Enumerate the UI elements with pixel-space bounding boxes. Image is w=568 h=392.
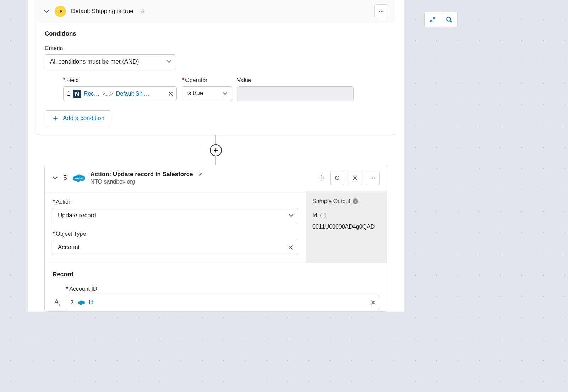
account-id-label: Account ID bbox=[66, 286, 379, 292]
if-badge: IF bbox=[55, 6, 66, 17]
operator-label: Operator bbox=[182, 77, 232, 83]
criteria-select[interactable]: All conditions must be met (AND) bbox=[45, 54, 176, 69]
record-heading: Record bbox=[53, 271, 379, 278]
action-subtitle: NTO sandbox org bbox=[91, 179, 202, 185]
close-icon[interactable] bbox=[169, 92, 173, 96]
field-chip-mid: >…> bbox=[102, 91, 113, 97]
object-type-value: Account bbox=[58, 244, 80, 251]
value-label: Value bbox=[237, 77, 354, 83]
if-header: IF Default Shipping is true bbox=[37, 0, 395, 23]
action-select-value: Update record bbox=[58, 212, 96, 219]
add-step-button[interactable]: ＋ bbox=[210, 144, 222, 156]
text-format-icon[interactable]: Aa bbox=[53, 298, 62, 307]
svg-point-15 bbox=[80, 303, 82, 305]
salesforce-icon: salesforce bbox=[72, 173, 86, 183]
svg-point-2 bbox=[383, 11, 384, 12]
field-label: Field bbox=[63, 77, 177, 83]
search-button[interactable] bbox=[441, 12, 457, 27]
object-type-label: Object Type bbox=[53, 231, 298, 237]
plus-icon: ＋ bbox=[51, 114, 59, 122]
collapse-button[interactable] bbox=[425, 12, 441, 27]
sample-id-label: Id bbox=[312, 212, 317, 219]
caret-down-icon bbox=[166, 60, 171, 64]
add-condition-button[interactable]: ＋ Add a condition bbox=[45, 110, 111, 126]
if-branch-card: IF Default Shipping is true Conditions C… bbox=[37, 0, 395, 135]
info-icon[interactable]: i bbox=[353, 198, 358, 204]
step-number: 5 bbox=[63, 174, 67, 182]
refresh-button[interactable] bbox=[330, 171, 344, 185]
svg-point-1 bbox=[381, 11, 382, 12]
object-type-input[interactable]: Account bbox=[53, 240, 298, 255]
accountid-index: 3 bbox=[71, 299, 74, 306]
action-header: 5 salesforce Action: Update record in Sa… bbox=[45, 165, 387, 191]
netsuite-icon bbox=[73, 90, 81, 98]
svg-text:salesforce: salesforce bbox=[75, 177, 83, 179]
criteria-value: All conditions must be met (AND) bbox=[50, 58, 139, 65]
action-title: Action: Update record in Salesforce bbox=[91, 171, 193, 178]
svg-point-8 bbox=[354, 177, 356, 179]
move-icon[interactable] bbox=[316, 175, 327, 181]
conditions-heading: Conditions bbox=[45, 30, 387, 37]
svg-point-16 bbox=[447, 17, 450, 21]
operator-value: Is true bbox=[186, 90, 203, 97]
pencil-icon[interactable] bbox=[140, 9, 145, 14]
chevron-down-icon[interactable] bbox=[43, 8, 50, 15]
svg-point-9 bbox=[371, 178, 372, 179]
add-condition-label: Add a condition bbox=[63, 115, 104, 122]
if-title: Default Shipping is true bbox=[71, 8, 133, 15]
salesforce-icon bbox=[77, 300, 85, 305]
sample-id-value: 0011U00000AD4g0QAD bbox=[312, 224, 381, 230]
close-icon[interactable] bbox=[371, 300, 375, 305]
close-icon[interactable] bbox=[289, 245, 293, 250]
field-input[interactable]: 1 Rec… >…> Default Shi… bbox=[63, 86, 177, 101]
connector: ＋ bbox=[37, 135, 395, 165]
action-select[interactable]: Update record bbox=[53, 208, 298, 223]
action-card: 5 salesforce Action: Update record in Sa… bbox=[44, 165, 387, 312]
value-input[interactable] bbox=[237, 86, 354, 101]
operator-select[interactable]: Is true bbox=[182, 86, 232, 101]
caret-down-icon bbox=[223, 92, 228, 96]
sample-output-label: Sample Output bbox=[312, 198, 350, 205]
svg-point-0 bbox=[379, 11, 380, 12]
action-field-label: Action bbox=[53, 199, 298, 205]
account-id-input[interactable]: 3 Id bbox=[66, 295, 379, 310]
accountid-chip: Id bbox=[89, 299, 93, 306]
settings-button[interactable] bbox=[348, 171, 362, 185]
more-button[interactable] bbox=[366, 171, 380, 185]
criteria-label: Criteria bbox=[45, 45, 387, 51]
canvas-tools bbox=[424, 12, 458, 27]
condition-index: 1 bbox=[67, 91, 70, 97]
chevron-down-icon[interactable] bbox=[52, 175, 58, 181]
svg-point-11 bbox=[374, 178, 375, 179]
more-button[interactable] bbox=[374, 4, 388, 18]
field-chip-suffix: Default Shi… bbox=[116, 91, 149, 97]
field-chip-prefix: Rec… bbox=[84, 91, 99, 97]
svg-point-10 bbox=[372, 178, 373, 179]
sample-output-panel: Sample Output i Id i 0011U00000AD4g0QAD bbox=[306, 191, 387, 263]
info-icon[interactable]: i bbox=[320, 213, 326, 218]
pencil-icon[interactable] bbox=[197, 172, 202, 177]
caret-down-icon bbox=[289, 214, 294, 217]
